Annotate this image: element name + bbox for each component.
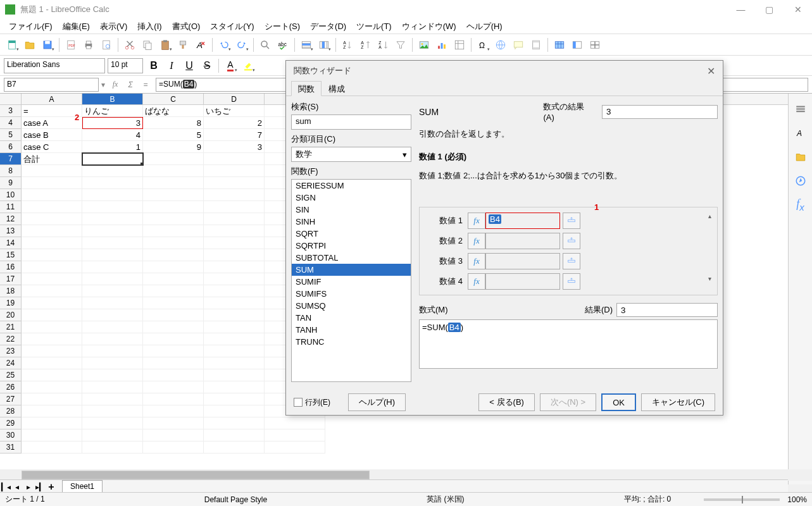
- function-wizard-button[interactable]: fx: [108, 78, 123, 92]
- cell-C27[interactable]: [143, 393, 204, 405]
- hscroll-track[interactable]: [22, 471, 370, 479]
- arg-input-1[interactable]: B4: [485, 213, 560, 229]
- cell-A26[interactable]: [22, 381, 82, 393]
- add-sheet-button[interactable]: +: [46, 481, 57, 493]
- cell-B27[interactable]: [82, 393, 143, 405]
- tab-last-button[interactable]: ▸▎: [34, 483, 46, 491]
- spellcheck-button[interactable]: abc: [275, 37, 291, 53]
- insert-image-button[interactable]: [416, 37, 432, 53]
- row-header-21[interactable]: 21: [0, 321, 22, 333]
- cell-C4[interactable]: 8: [143, 117, 204, 129]
- cell-A12[interactable]: [22, 213, 82, 225]
- export-pdf-button[interactable]: PDF: [63, 37, 79, 53]
- cell-D21[interactable]: [204, 321, 265, 333]
- arg-scroll[interactable]: ▴▾: [708, 213, 716, 282]
- row-header-10[interactable]: 10: [0, 189, 22, 201]
- cell-D3[interactable]: いちご: [204, 105, 265, 117]
- clear-formatting-button[interactable]: A: [192, 37, 209, 53]
- category-select[interactable]: 数学: [291, 147, 411, 162]
- cell-A6[interactable]: case C: [22, 141, 82, 153]
- font-size-select[interactable]: 10 pt: [108, 58, 143, 73]
- cell-C9[interactable]: [143, 177, 204, 189]
- cell-B12[interactable]: [82, 213, 143, 225]
- cell-D10[interactable]: [204, 189, 265, 201]
- cell-D6[interactable]: 3: [204, 141, 265, 153]
- menu-sheet[interactable]: シート(S): [259, 20, 305, 34]
- clone-formatting-button[interactable]: [175, 37, 191, 53]
- cell-A8[interactable]: [22, 165, 82, 177]
- row-header-17[interactable]: 17: [0, 273, 22, 285]
- cell-C5[interactable]: 5: [143, 129, 204, 141]
- cell-A14[interactable]: [22, 237, 82, 249]
- cell-B4[interactable]: 3: [82, 117, 143, 129]
- cell-B25[interactable]: [82, 369, 143, 381]
- cell-E30[interactable]: [265, 429, 325, 441]
- cell-C8[interactable]: [143, 165, 204, 177]
- close-button[interactable]: ✕: [784, 0, 812, 19]
- sort-desc-button[interactable]: ZA: [375, 37, 391, 53]
- menu-help[interactable]: ヘルプ(H): [461, 20, 508, 34]
- comment-button[interactable]: [510, 37, 527, 53]
- row-header-14[interactable]: 14: [0, 237, 22, 249]
- row-header-5[interactable]: 5: [0, 129, 22, 141]
- row-header-12[interactable]: 12: [0, 213, 22, 225]
- cell-C12[interactable]: [143, 213, 204, 225]
- freeze-button[interactable]: [569, 37, 585, 53]
- cell-C7[interactable]: [143, 153, 204, 165]
- row-header-30[interactable]: 30: [0, 429, 22, 441]
- cell-D23[interactable]: [204, 345, 265, 357]
- strikethrough-button[interactable]: S: [199, 58, 215, 74]
- fx-button-4[interactable]: fx: [468, 273, 485, 290]
- row-header-24[interactable]: 24: [0, 357, 22, 369]
- cell-B5[interactable]: 4: [82, 129, 143, 141]
- cell-D5[interactable]: 7: [204, 129, 265, 141]
- cell-C16[interactable]: [143, 261, 204, 273]
- copy-button[interactable]: [139, 37, 156, 53]
- cell-A21[interactable]: [22, 321, 82, 333]
- cell-D7[interactable]: [204, 153, 265, 165]
- cell-B14[interactable]: [82, 237, 143, 249]
- cell-B26[interactable]: [82, 381, 143, 393]
- open-button[interactable]: [22, 37, 38, 53]
- cell-reference-box[interactable]: B7: [4, 78, 99, 92]
- shrink-button-1[interactable]: [563, 213, 580, 229]
- menu-window[interactable]: ウィンドウ(W): [397, 20, 461, 34]
- autofilter-button[interactable]: [392, 37, 409, 53]
- cut-button[interactable]: [122, 37, 138, 53]
- cell-B22[interactable]: [82, 333, 143, 345]
- column-header-a[interactable]: A: [22, 94, 82, 104]
- cell-D31[interactable]: [204, 441, 265, 454]
- row-header-25[interactable]: 25: [0, 369, 22, 381]
- row-header-23[interactable]: 23: [0, 345, 22, 357]
- cell-A31[interactable]: [22, 441, 82, 454]
- properties-icon[interactable]: [793, 101, 808, 116]
- matrix-checkbox[interactable]: 行列(E): [294, 397, 330, 408]
- row-header-29[interactable]: 29: [0, 417, 22, 429]
- menu-style[interactable]: スタイル(Y): [205, 20, 259, 34]
- tab-prev-button[interactable]: ◂: [11, 483, 23, 491]
- underline-button[interactable]: U: [181, 58, 197, 74]
- row-header-19[interactable]: 19: [0, 297, 22, 309]
- cell-D28[interactable]: [204, 405, 265, 417]
- cell-C15[interactable]: [143, 249, 204, 261]
- row-header-16[interactable]: 16: [0, 261, 22, 273]
- cell-D9[interactable]: [204, 177, 265, 189]
- cell-A18[interactable]: [22, 285, 82, 297]
- row-header-27[interactable]: 27: [0, 393, 22, 405]
- cell-B7[interactable]: [82, 153, 143, 165]
- row-header-11[interactable]: 11: [0, 201, 22, 213]
- row-button[interactable]: [298, 37, 315, 53]
- row-header-20[interactable]: 20: [0, 309, 22, 321]
- back-button[interactable]: < 戻る(B): [478, 393, 535, 411]
- cell-D22[interactable]: [204, 333, 265, 345]
- shrink-button-2[interactable]: [563, 233, 580, 249]
- cell-B21[interactable]: [82, 321, 143, 333]
- menu-view[interactable]: 表示(V): [95, 20, 132, 34]
- menu-format[interactable]: 書式(O): [167, 20, 206, 34]
- cell-B23[interactable]: [82, 345, 143, 357]
- row-header-31[interactable]: 31: [0, 441, 22, 454]
- cell-A13[interactable]: [22, 225, 82, 237]
- cell-C6[interactable]: 9: [143, 141, 204, 153]
- cell-B13[interactable]: [82, 225, 143, 237]
- cell-C22[interactable]: [143, 333, 204, 345]
